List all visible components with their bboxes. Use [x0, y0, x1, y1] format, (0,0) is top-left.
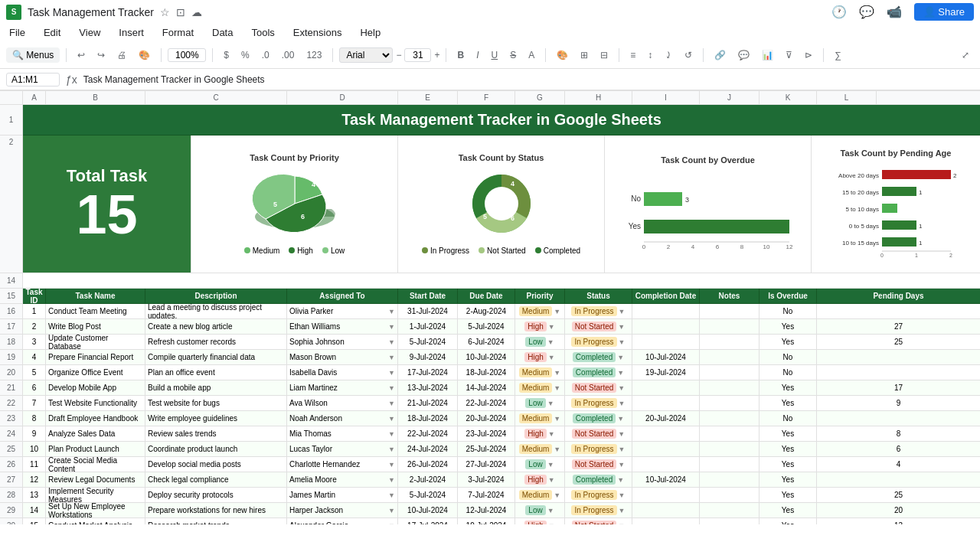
menu-format[interactable]: Format: [159, 25, 197, 40]
cell-assigned: Isabella Davis ▼: [287, 365, 398, 380]
decimal-up-button[interactable]: .00: [277, 48, 299, 62]
col-header-g: G: [515, 91, 565, 104]
bold-button[interactable]: B: [452, 48, 469, 62]
cell-pending: 9: [817, 396, 980, 410]
filter-view-button[interactable]: ⊳: [800, 48, 817, 62]
row-num-1: 1: [0, 105, 22, 136]
cell-desc: Test website for bugs: [145, 396, 287, 410]
menu-file[interactable]: File: [6, 25, 28, 40]
title-bar: S Task Management Tracker ☆ ⊡ ☁ 🕐 💬 📹 👤 …: [0, 0, 980, 24]
font-plus[interactable]: +: [434, 50, 439, 60]
filter-button[interactable]: ⊽: [781, 48, 797, 62]
menu-edit[interactable]: Edit: [41, 25, 64, 40]
percent-button[interactable]: %: [237, 48, 254, 62]
merge-button[interactable]: ⊟: [596, 48, 612, 62]
cell-due: 14-Jul-2024: [458, 380, 515, 395]
function-button[interactable]: ∑: [830, 48, 846, 62]
align-button[interactable]: ≡: [626, 48, 640, 62]
svg-rect-35: [882, 237, 916, 247]
zoom-input[interactable]: [168, 48, 206, 62]
redo-button[interactable]: ↪: [93, 48, 109, 62]
menu-help[interactable]: Help: [357, 25, 384, 40]
link-button[interactable]: 🔗: [710, 48, 730, 62]
svg-text:1: 1: [915, 253, 918, 258]
cell-priority: High ▼: [515, 472, 565, 487]
cell-status: In Progress ▼: [565, 304, 632, 318]
row-num-15: 15: [0, 289, 22, 304]
menu-tools[interactable]: Tools: [248, 25, 277, 40]
cell-priority: High ▼: [515, 319, 565, 334]
undo-button[interactable]: ↩: [73, 48, 90, 62]
underline-button[interactable]: U: [487, 48, 503, 62]
svg-text:0: 0: [880, 253, 884, 258]
cell-id: 12: [23, 472, 46, 487]
decimal-down-button[interactable]: .0: [257, 48, 274, 62]
formula-text: Task Management Tracker in Google Sheets: [83, 74, 974, 85]
chart-button[interactable]: 📊: [757, 48, 778, 62]
italic-button[interactable]: I: [472, 48, 483, 62]
high-legend: High: [289, 247, 313, 255]
cell-due: 5-Jul-2024: [458, 319, 515, 334]
menu-view[interactable]: View: [76, 25, 103, 40]
rotate-button[interactable]: ↺: [680, 48, 697, 62]
cell-priority: Medium ▼: [515, 442, 565, 456]
print-button[interactable]: 🖨: [113, 48, 131, 62]
font-select[interactable]: Arial: [339, 47, 393, 63]
folder-icon[interactable]: ⊡: [176, 6, 185, 18]
dashboard-area: Total Task 15 Task Count by Priority: [23, 136, 980, 273]
cell-pending: 27: [817, 319, 980, 334]
toolbar: 🔍 Menus ↩ ↪ 🖨 🎨 $ % .0 .00 123 Arial − +…: [0, 41, 980, 69]
fill-color-button[interactable]: 🎨: [552, 48, 573, 62]
star-icon[interactable]: ☆: [160, 6, 170, 18]
cell-id: 9: [23, 426, 46, 441]
cell-priority: High ▼: [515, 518, 565, 524]
cell-priority: High ▼: [515, 350, 565, 364]
cell-desc: Coordinate product launch: [145, 442, 287, 456]
cell-status: Completed ▼: [565, 472, 632, 487]
font-size-input[interactable]: [404, 48, 431, 62]
strikethrough-button[interactable]: S: [505, 48, 521, 62]
wrap-button[interactable]: ⤸: [660, 48, 677, 62]
cell-name: Set Up New Employee Workstations: [46, 503, 145, 518]
cell-status: Not Started ▼: [565, 426, 632, 441]
title-row: Task Management Tracker in Google Sheets: [23, 105, 980, 136]
comment-icon[interactable]: 💬: [859, 5, 874, 19]
cell-assigned: James Martin ▼: [287, 488, 398, 502]
priority-chart-svg: 4 6 5: [249, 167, 341, 243]
row-numbers: 1 2 14 15 16 17 18 19 20 21 22 23 24 25 …: [0, 105, 23, 524]
valign-button[interactable]: ↕: [643, 48, 657, 62]
row-num-2-13: 2: [0, 136, 22, 273]
total-task-count: 15: [76, 187, 137, 242]
cell-id: 10: [23, 442, 46, 456]
menu-extensions[interactable]: Extensions: [290, 25, 345, 40]
priority-chart-title: Task Count by Priority: [250, 153, 339, 162]
currency-button[interactable]: $: [219, 48, 234, 62]
search-menus[interactable]: 🔍 Menus: [6, 47, 60, 63]
svg-text:6: 6: [715, 243, 719, 250]
menu-insert[interactable]: Insert: [116, 25, 147, 40]
row-num-18: 18: [0, 335, 22, 350]
menu-data[interactable]: Data: [209, 25, 236, 40]
video-icon[interactable]: 📹: [887, 5, 902, 19]
font-minus[interactable]: −: [396, 50, 401, 60]
share-button[interactable]: 👤 Share: [914, 3, 974, 21]
comment-tb-button[interactable]: 💬: [733, 48, 754, 62]
text-color-button[interactable]: A: [524, 48, 539, 62]
borders-button[interactable]: ⊞: [576, 48, 593, 62]
doc-title: Task Management Tracker: [28, 6, 154, 18]
col-header-h: H: [565, 91, 632, 104]
cell-status: In Progress ▼: [565, 503, 632, 518]
table-row: 15 Conduct Market Analysis Research mark…: [23, 518, 980, 524]
paint-button[interactable]: 🎨: [134, 48, 155, 62]
format-num-button[interactable]: 123: [302, 48, 326, 62]
svg-rect-24: [882, 170, 951, 179]
cell-due: 12-Jul-2024: [458, 503, 515, 518]
history-icon[interactable]: 🕐: [831, 5, 847, 19]
cloud-icon[interactable]: ☁: [191, 6, 202, 18]
formula-bar: ƒx Task Management Tracker in Google She…: [0, 69, 980, 90]
expand-button[interactable]: ⤢: [957, 48, 974, 62]
cell-id: 8: [23, 411, 46, 426]
row-num-19: 19: [0, 350, 22, 365]
cell-due: 20-Jul-2024: [458, 411, 515, 426]
cell-reference-input[interactable]: [6, 73, 60, 87]
